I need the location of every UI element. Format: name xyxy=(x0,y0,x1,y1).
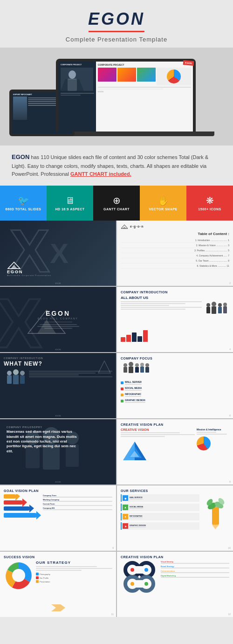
slide12-title: CREATIVE VISION PLAN xyxy=(121,555,229,559)
feature-badge-hd[interactable]: 🖥 HD 16:9 ASPECT xyxy=(47,186,93,221)
svg-point-66 xyxy=(12,569,25,582)
slide11-arrow xyxy=(51,604,65,613)
slide-4-about[interactable]: COMPANY INTRODUCTION ALL ABOUT US xyxy=(117,287,233,352)
g-line4 xyxy=(43,509,112,510)
svg-rect-26 xyxy=(20,375,25,384)
focus-title-1: WALL SERVER xyxy=(125,381,142,383)
s11-line2 xyxy=(36,568,112,569)
screen-right-panel: EGON CORPORATE PROJECT EGON xyxy=(96,62,193,132)
page-header: EGON Complete Presentation Template xyxy=(0,0,233,48)
bar2 xyxy=(126,335,131,342)
slide5-people-img xyxy=(4,369,27,396)
service-text-3: INFOGRAPHIC xyxy=(130,515,143,519)
service-label-2: SOCIAL MEDIA xyxy=(130,506,143,508)
screen-right-title: CORPORATE PROJECT xyxy=(98,63,191,66)
feature-badge-slides[interactable]: 🐦 660D TOTAL SLIDES xyxy=(0,186,47,221)
svg-rect-56 xyxy=(4,494,15,499)
slide-10-services[interactable]: OUR SERVICES ◆ NAIL SERVICE ▲ SOCIAL MED… xyxy=(117,485,233,551)
legend-text-3: Presentation xyxy=(40,581,50,583)
slide11-content: OUR STRATEGY Photography Our Profile xyxy=(4,561,112,593)
slide12-num: 12 xyxy=(228,613,231,616)
slide1-egon-text: EGON xyxy=(7,270,23,274)
slide-6-focus[interactable]: COMPANY FOCUS WALL SERVER xyxy=(117,353,233,418)
toc-item-5: 5. Our Team ............................… xyxy=(121,258,229,263)
slide-8-creative-vision[interactable]: CREATIVE VISION PLAN CREATIVE VISION xyxy=(117,419,233,485)
slide3-company-name: EGON HILL COMPANY xyxy=(38,317,78,320)
svg-rect-16 xyxy=(212,306,216,314)
slide-9-goal[interactable]: GOAL VISION PLAN Company Term xyxy=(0,485,116,551)
slide5-content xyxy=(4,369,112,396)
feature-badge-icons[interactable]: ❋ 1500+ ICONS xyxy=(186,186,233,221)
mountain-svg xyxy=(7,261,21,270)
tablet-person-img xyxy=(13,97,27,120)
bar1 xyxy=(121,337,125,342)
s8-line2 xyxy=(121,434,195,435)
pie-svg xyxy=(4,561,34,591)
svg-point-19 xyxy=(223,303,227,306)
slide11-title: SUCCESS VISION xyxy=(4,555,112,559)
vector-icon: ✋ xyxy=(158,195,169,206)
brand-subtitle: Complete Presentation Template xyxy=(5,36,228,43)
svg-point-15 xyxy=(212,302,216,306)
toc-item-1: 1. Introduction ........................… xyxy=(121,238,229,243)
slide-12-creative2[interactable]: CREATIVE VISION PLAN xyxy=(117,552,233,617)
slide-7-philosophy[interactable]: COMPANY PHILOSOPHY Maecenas sed diam ege… xyxy=(0,419,116,485)
slide3-footer: EGON xyxy=(0,348,116,351)
svg-marker-67 xyxy=(51,604,65,611)
slide-2-toc[interactable]: e·g·o·n Table of Content : 1. Introducti… xyxy=(117,221,233,286)
service-text-4: GRAPHIC DESIGN xyxy=(130,524,146,528)
hd-label: HD 16:9 ASPECT xyxy=(55,208,84,211)
slide-11-success[interactable]: SUCCESS VISION OUR STRATEGY xyxy=(0,552,116,617)
slide8-right-label: Mission & Intelligence xyxy=(197,428,229,431)
slide-3-dark-egon[interactable]: X EGON EGON HILL COMPANY EGON xyxy=(0,287,116,352)
loops-svg xyxy=(121,561,158,593)
service-icon-4: ★ xyxy=(123,523,128,529)
slide11-num: 11 xyxy=(111,613,114,616)
goal-arrows-svg xyxy=(4,494,41,522)
svg-rect-33 xyxy=(135,367,139,373)
legend-dot-1 xyxy=(36,573,39,575)
focus-line-3 xyxy=(125,396,141,397)
cv2-item-4: Digital Marketing xyxy=(161,575,229,578)
thumb-chart xyxy=(157,68,191,85)
pencil-svg xyxy=(203,497,228,529)
brand-underline xyxy=(89,31,144,32)
svg-marker-51 xyxy=(36,511,41,519)
g-line1 xyxy=(43,497,112,498)
slide12-loops xyxy=(121,561,158,593)
screen-person-svg xyxy=(61,68,93,91)
feature-badge-vector[interactable]: ✋ VECTOR SHAPE xyxy=(140,186,186,221)
slide-5-what-new[interactable]: COMPANY INTRODUCTION WHAT NEW? xyxy=(0,353,116,418)
slide10-pencil xyxy=(201,494,229,532)
svg-point-17 xyxy=(218,303,222,307)
slide11-pie xyxy=(4,561,34,593)
srv-line4 xyxy=(130,526,146,527)
slide5-footer: EGON xyxy=(0,415,116,417)
svg-point-77 xyxy=(144,582,148,586)
screen-left-title: CORPORATE PROJECT xyxy=(61,63,94,66)
slide4-subtitle: ALL ABOUT US xyxy=(121,296,229,300)
legend-text-2: Our Profile xyxy=(40,577,48,579)
slide8-num: 8 xyxy=(229,480,231,483)
slide4-people xyxy=(204,301,229,326)
toc-item-2: 2. Mission & Vision ................. 3 xyxy=(121,243,229,248)
gantt-label: GANTT CHART xyxy=(103,208,130,211)
feature-badge-gantt[interactable]: ⊕ GANTT CHART xyxy=(93,186,140,221)
svg-text:X: X xyxy=(0,287,42,352)
slide11-right: OUR STRATEGY Photography Our Profile xyxy=(36,561,112,593)
focus-title-3: INFOGRAPHIC xyxy=(125,393,141,395)
toc-item-6: 6. Statistics & More ............. 11 xyxy=(121,263,229,269)
service-label-3: INFOGRAPHIC xyxy=(130,515,143,517)
s4-line1 xyxy=(121,301,202,302)
slide-1-dark-x[interactable]: X X EGON Multimedia Corporate Presentati… xyxy=(0,221,116,286)
s11-line1 xyxy=(36,566,97,567)
s4-line2 xyxy=(121,303,185,304)
svg-point-76 xyxy=(130,582,134,586)
s5-line3 xyxy=(29,374,79,375)
service-item-3: ● INFOGRAPHIC xyxy=(121,513,199,520)
s5-line2 xyxy=(29,373,96,374)
pyramid-svg xyxy=(121,439,149,463)
cv2-line1 xyxy=(161,563,229,564)
s5-line4 xyxy=(29,376,112,377)
laptop-screen: CORPORATE PROJECT EGON CORPORATE xyxy=(59,62,193,132)
